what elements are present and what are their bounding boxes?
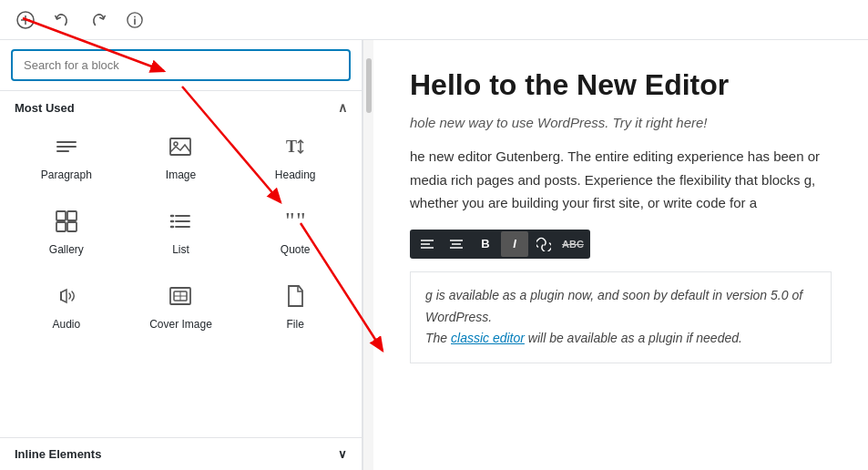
footer-note: g is available as a plugin now, and soon… bbox=[410, 271, 832, 363]
svg-text:": " bbox=[296, 209, 306, 234]
paragraph-label: Paragraph bbox=[41, 169, 92, 181]
link-button[interactable] bbox=[530, 231, 557, 257]
search-box-wrap bbox=[0, 40, 362, 91]
inserter-scrollbar[interactable] bbox=[363, 40, 373, 470]
most-used-label: Most Used bbox=[15, 101, 75, 115]
add-block-button[interactable] bbox=[9, 4, 42, 36]
block-item-quote[interactable]: " " Quote bbox=[240, 197, 351, 268]
redo-button[interactable] bbox=[82, 4, 115, 36]
svg-text:": " bbox=[285, 209, 295, 234]
block-item-heading[interactable]: T Heading bbox=[240, 122, 351, 193]
file-icon bbox=[282, 283, 308, 312]
format-toolbar: B I ABC bbox=[410, 230, 590, 259]
cover-label: Cover Image bbox=[149, 318, 212, 331]
expand-inline-icon: ∨ bbox=[338, 447, 347, 461]
search-input[interactable] bbox=[11, 49, 351, 81]
top-toolbar bbox=[0, 0, 868, 40]
inline-elements-header[interactable]: Inline Elements ∨ bbox=[0, 437, 362, 470]
svg-rect-16 bbox=[67, 222, 77, 231]
block-item-audio[interactable]: Audio bbox=[11, 271, 122, 342]
paragraph-icon bbox=[54, 134, 79, 163]
bold-button[interactable]: B bbox=[472, 231, 499, 257]
cover-icon bbox=[168, 283, 193, 312]
block-grid: Paragraph Image T bbox=[0, 122, 362, 353]
most-used-header: Most Used ∧ bbox=[0, 91, 362, 122]
align-center-button[interactable] bbox=[443, 231, 470, 257]
inline-elements-label: Inline Elements bbox=[15, 447, 101, 461]
block-item-image[interactable]: Image bbox=[126, 122, 237, 193]
block-item-file[interactable]: File bbox=[240, 271, 351, 342]
footer-link-suffix: will be available as a plugin if needed. bbox=[525, 331, 742, 345]
post-title: Hello to the New Editor bbox=[410, 67, 832, 102]
svg-rect-15 bbox=[56, 222, 66, 231]
list-icon bbox=[168, 209, 193, 238]
heading-label: Heading bbox=[275, 169, 316, 181]
strikethrough-button[interactable]: ABC bbox=[559, 231, 587, 257]
italic-button[interactable]: I bbox=[501, 231, 528, 257]
classic-editor-link[interactable]: classic editor bbox=[451, 331, 525, 345]
image-label: Image bbox=[166, 169, 196, 181]
block-item-gallery[interactable]: Gallery bbox=[11, 197, 122, 268]
block-item-cover[interactable]: Cover Image bbox=[126, 271, 237, 342]
scrollbar-thumb[interactable] bbox=[366, 58, 372, 113]
svg-rect-14 bbox=[67, 211, 77, 220]
collapse-most-used-button[interactable]: ∧ bbox=[338, 100, 347, 115]
list-label: List bbox=[172, 243, 189, 256]
file-label: File bbox=[286, 318, 303, 331]
audio-icon bbox=[54, 283, 79, 312]
heading-icon: T bbox=[282, 134, 308, 163]
quote-icon: " " bbox=[282, 209, 308, 238]
block-item-paragraph[interactable]: Paragraph bbox=[11, 122, 122, 193]
svg-rect-13 bbox=[56, 211, 66, 220]
post-body[interactable]: he new editor Gutenberg. The entire edit… bbox=[410, 145, 832, 215]
audio-label: Audio bbox=[52, 318, 80, 331]
block-item-list[interactable]: List bbox=[126, 197, 237, 268]
svg-text:T: T bbox=[286, 138, 297, 156]
main-layout: Most Used ∧ Paragraph bbox=[0, 40, 868, 470]
inserter-panel: Most Used ∧ Paragraph bbox=[0, 40, 363, 470]
svg-point-10 bbox=[174, 142, 178, 146]
svg-rect-9 bbox=[170, 138, 190, 155]
info-button[interactable] bbox=[118, 4, 151, 36]
gallery-icon bbox=[54, 209, 79, 238]
editor-content: Hello to the New Editor hole new way to … bbox=[373, 40, 868, 470]
align-left-button[interactable] bbox=[414, 231, 441, 257]
gallery-label: Gallery bbox=[49, 243, 84, 256]
post-intro: hole new way to use WordPress. Try it ri… bbox=[410, 115, 832, 130]
undo-button[interactable] bbox=[46, 4, 78, 36]
svg-point-5 bbox=[134, 15, 136, 17]
image-icon bbox=[168, 134, 193, 163]
quote-label: Quote bbox=[281, 243, 311, 256]
